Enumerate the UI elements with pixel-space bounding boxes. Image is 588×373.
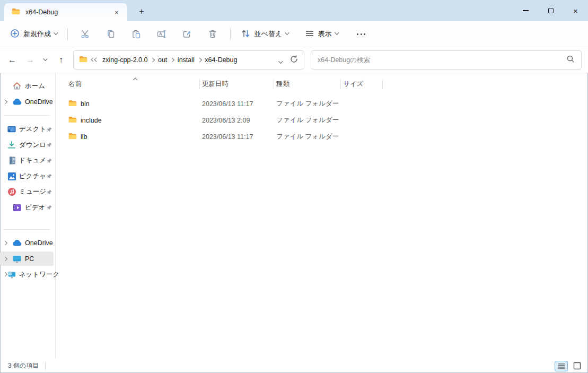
column-header-size[interactable]: サイズ xyxy=(341,77,383,91)
sidebar-item-label: OneDrive xyxy=(25,98,53,106)
new-button-label: 新規作成 xyxy=(23,29,51,39)
sidebar-item-label: ビデオ xyxy=(25,203,45,212)
search-box[interactable] xyxy=(311,50,582,70)
sidebar-item-pictures[interactable]: ピクチャ xyxy=(0,169,54,184)
sidebar-item-label: ネットワーク xyxy=(19,270,59,279)
large-icons-view-icon xyxy=(573,362,581,370)
file-type: ファイル フォルダー xyxy=(274,99,341,108)
sort-ascending-icon xyxy=(134,75,137,83)
breadcrumb-item[interactable]: out xyxy=(155,55,170,65)
history-dropdown-button[interactable] xyxy=(39,51,52,68)
copy-button[interactable] xyxy=(101,25,121,43)
tab-close-icon[interactable]: × xyxy=(110,6,123,19)
sidebar-item-documents[interactable]: ドキュメ xyxy=(0,153,54,168)
rename-icon xyxy=(156,29,167,39)
folder-icon xyxy=(68,100,77,108)
sidebar-item-onedrive-root[interactable]: OneDrive xyxy=(0,236,54,250)
sort-button[interactable]: 並べ替え xyxy=(235,24,294,44)
up-button[interactable]: ↑ xyxy=(52,51,70,68)
network-icon xyxy=(7,270,16,279)
status-divider xyxy=(45,362,46,370)
videos-icon xyxy=(12,204,22,212)
file-list: 名前 更新日時 種類 サイズ bin 2023/06/13 11:17 ファイル… xyxy=(56,73,588,358)
expand-chevron[interactable] xyxy=(4,241,12,245)
file-name-cell[interactable]: lib xyxy=(66,133,200,141)
titlebar[interactable]: x64-Debug × + × xyxy=(0,0,588,21)
minimize-button[interactable] xyxy=(513,0,538,21)
sidebar-item-downloads[interactable]: ダウンロ xyxy=(0,138,54,152)
sidebar-item-music[interactable]: ミュージ xyxy=(0,185,54,199)
sidebar-item-pc[interactable]: PC xyxy=(0,251,54,266)
maximize-icon xyxy=(548,8,554,13)
sort-icon xyxy=(240,28,251,40)
status-bar: 3 個の項目 xyxy=(1,359,587,372)
sidebar-item-network[interactable]: ネットワーク xyxy=(0,267,54,282)
chevron-down-icon xyxy=(54,31,58,35)
rename-button[interactable] xyxy=(152,25,172,43)
table-row[interactable]: include 2023/06/13 2:09 ファイル フォルダー xyxy=(66,112,588,128)
breadcrumb-item[interactable]: x64-Debug xyxy=(202,55,240,65)
file-name-cell[interactable]: bin xyxy=(66,100,200,108)
breadcrumb-chevron-icon[interactable] xyxy=(171,58,174,62)
sidebar-item-home[interactable]: ホーム xyxy=(0,79,54,93)
table-row[interactable]: bin 2023/06/13 11:17 ファイル フォルダー xyxy=(66,96,588,112)
file-name-cell[interactable]: include xyxy=(66,116,200,125)
search-input[interactable] xyxy=(318,56,566,64)
view-button[interactable]: 表示 xyxy=(300,25,344,44)
chevron-down-icon xyxy=(278,59,283,63)
sidebar-item-onedrive[interactable]: OneDrive xyxy=(0,94,54,109)
dot xyxy=(364,33,365,35)
breadcrumb-chevron-icon[interactable] xyxy=(151,58,154,62)
explorer-tab[interactable]: x64-Debug × xyxy=(4,3,127,21)
search-icon xyxy=(566,55,575,65)
plus-circle-icon xyxy=(10,29,20,40)
paste-button[interactable] xyxy=(126,25,146,43)
more-options-button[interactable] xyxy=(352,29,371,39)
view-list-icon xyxy=(305,29,314,40)
refresh-button[interactable] xyxy=(289,55,299,66)
expand-chevron[interactable] xyxy=(4,100,12,103)
file-rows: bin 2023/06/13 11:17 ファイル フォルダー include … xyxy=(56,96,588,145)
sidebar-item-videos[interactable]: ビデオ xyxy=(0,201,54,215)
pin-icon xyxy=(46,126,52,133)
cut-button[interactable] xyxy=(75,25,95,43)
column-header-type[interactable]: 種類 xyxy=(274,77,341,91)
table-row[interactable]: lib 2023/06/13 11:17 ファイル フォルダー xyxy=(66,128,588,145)
back-button[interactable]: ← xyxy=(3,51,21,68)
collapsed-path-icon[interactable] xyxy=(92,58,98,62)
pin-icon xyxy=(46,189,52,195)
content-area: ホーム OneDrive デスクト xyxy=(0,73,588,358)
file-name: lib xyxy=(81,133,87,141)
window-controls: × xyxy=(513,0,588,21)
pictures-icon xyxy=(7,172,16,181)
address-dropdown-button[interactable] xyxy=(279,55,283,65)
delete-button[interactable] xyxy=(203,25,223,43)
pin-icon xyxy=(46,173,52,179)
new-tab-button[interactable]: + xyxy=(134,4,150,19)
address-bar[interactable]: zxing-cpp-2.0.0 out install x64-Debug xyxy=(73,50,304,70)
close-button[interactable]: × xyxy=(563,0,588,21)
paste-icon xyxy=(131,29,142,39)
maximize-button[interactable] xyxy=(538,0,563,21)
share-button[interactable] xyxy=(177,25,197,43)
pin-icon xyxy=(46,142,52,148)
file-modified: 2023/06/13 2:09 xyxy=(200,117,274,124)
expand-chevron[interactable] xyxy=(4,257,12,261)
cut-icon xyxy=(80,29,91,39)
navigation-bar: ← → ↑ zxing-cpp-2.0.0 out install x64-De… xyxy=(0,47,588,73)
breadcrumb-item[interactable]: zxing-cpp-2.0.0 xyxy=(100,55,150,65)
breadcrumb-chevron-icon[interactable] xyxy=(198,58,201,62)
details-view-button[interactable] xyxy=(555,361,568,371)
forward-button[interactable]: → xyxy=(21,51,39,68)
breadcrumb-item[interactable]: install xyxy=(175,55,197,65)
new-button[interactable]: 新規作成 xyxy=(5,25,63,44)
column-header-modified[interactable]: 更新日時 xyxy=(200,77,274,91)
large-icons-view-button[interactable] xyxy=(572,361,582,371)
sidebar-item-label: ミュージ xyxy=(19,187,46,196)
sidebar-item-label: ダウンロ xyxy=(19,141,46,150)
sidebar-item-desktop[interactable]: デスクト xyxy=(0,122,54,136)
chevron-down-icon xyxy=(43,57,48,61)
column-header-name[interactable]: 名前 xyxy=(66,77,200,91)
item-count: 3 個の項目 xyxy=(8,361,39,370)
sidebar-item-label: OneDrive xyxy=(25,239,53,247)
